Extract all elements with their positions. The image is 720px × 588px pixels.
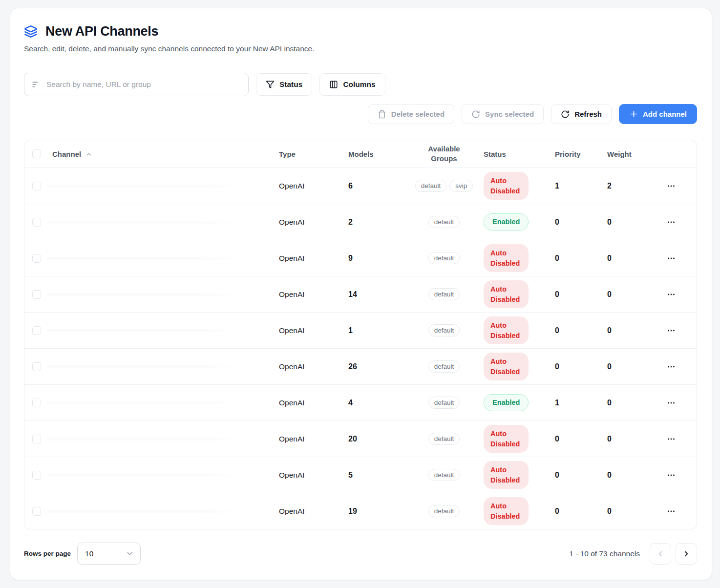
toolbar: Status Columns: [24, 73, 697, 96]
select-all-checkbox[interactable]: [32, 149, 41, 158]
previous-page-button[interactable]: [650, 543, 671, 565]
status-filter-label: Status: [279, 80, 302, 89]
channel-type: OpenAI: [279, 326, 348, 335]
more-horizontal-icon: [666, 290, 676, 299]
row-actions-menu-button[interactable]: [665, 215, 677, 229]
row-checkbox[interactable]: [32, 218, 41, 227]
channel-type: OpenAI: [279, 362, 348, 371]
refresh-button[interactable]: Refresh: [551, 104, 612, 124]
row-checkbox[interactable]: [32, 399, 41, 407]
group-tag: default: [428, 324, 460, 336]
status-badge: Enabled: [484, 213, 529, 231]
sync-icon: [471, 110, 480, 119]
row-actions-menu-button[interactable]: [665, 288, 677, 301]
channel-groups: default: [414, 505, 474, 517]
delete-selected-button[interactable]: Delete selected: [368, 104, 454, 124]
channel-models-count: 4: [348, 399, 414, 407]
table-row: OpenAI 6 defaultsvip Auto Disabled 1 2: [24, 168, 697, 204]
rows-per-page-value: 10: [85, 549, 93, 558]
channel-type: OpenAI: [279, 254, 348, 263]
status-badge: Auto Disabled: [484, 316, 529, 344]
table-row: OpenAI 1 default Auto Disabled 0 0: [24, 312, 697, 348]
column-header-type: Type: [279, 150, 348, 158]
table-actions: Delete selected Sync selected Refresh: [24, 104, 697, 124]
channel-models-count: 9: [348, 254, 414, 263]
group-tag: default: [415, 180, 447, 192]
row-checkbox[interactable]: [32, 507, 41, 516]
status-badge: Auto Disabled: [484, 425, 529, 453]
layers-icon: [24, 25, 38, 39]
channel-weight: 0: [607, 326, 665, 335]
chevron-left-icon: [656, 549, 665, 558]
group-tag: default: [428, 288, 460, 300]
row-checkbox[interactable]: [32, 182, 41, 190]
channel-models-count: 2: [348, 218, 414, 227]
redacted-channel-name: [47, 185, 239, 188]
status-filter-button[interactable]: Status: [256, 73, 312, 96]
column-header-channel-label: Channel: [52, 150, 81, 158]
row-checkbox[interactable]: [32, 435, 41, 443]
redacted-channel-name: [47, 510, 239, 513]
column-header-status: Status: [474, 150, 553, 158]
rows-per-page-select[interactable]: 10: [77, 543, 141, 565]
search-field-wrap: [24, 73, 249, 96]
channel-weight: 0: [607, 507, 665, 516]
row-actions-menu-button[interactable]: [665, 468, 677, 482]
redacted-channel-name: [47, 365, 239, 368]
group-tag: default: [428, 360, 460, 373]
group-tag: default: [428, 433, 460, 445]
redacted-channel-name: [47, 329, 239, 332]
row-checkbox[interactable]: [32, 290, 41, 299]
group-tag: svip: [449, 180, 473, 192]
channel-weight: 0: [607, 290, 665, 299]
column-header-channel[interactable]: Channel: [52, 150, 279, 158]
columns-button[interactable]: Columns: [319, 73, 385, 96]
page-header: New API Channels: [24, 24, 697, 39]
row-actions-menu-button[interactable]: [665, 252, 677, 265]
row-actions-menu-button[interactable]: [665, 360, 677, 374]
channel-models-count: 6: [348, 182, 414, 190]
table-header-row: Channel Type Models Available Groups Sta…: [24, 140, 697, 168]
columns-icon: [329, 80, 338, 89]
row-checkbox[interactable]: [32, 362, 41, 371]
channel-groups: default: [414, 324, 474, 336]
sync-selected-label: Sync selected: [485, 110, 534, 118]
row-checkbox[interactable]: [32, 471, 41, 480]
more-horizontal-icon: [666, 362, 676, 372]
status-badge: Auto Disabled: [484, 244, 529, 272]
filter-lines-icon: [31, 80, 41, 89]
channel-models-count: 14: [348, 290, 414, 299]
sync-selected-button[interactable]: Sync selected: [462, 104, 544, 124]
more-horizontal-icon: [666, 398, 676, 408]
refresh-icon: [561, 110, 570, 119]
add-channel-button[interactable]: Add channel: [619, 104, 697, 124]
channel-weight: 0: [607, 218, 665, 227]
row-actions-menu-button[interactable]: [665, 432, 677, 446]
channels-table: Channel Type Models Available Groups Sta…: [24, 140, 697, 529]
status-badge: Auto Disabled: [484, 280, 529, 308]
table-row: OpenAI 19 default Auto Disabled 0 0: [24, 493, 697, 529]
channel-weight: 0: [607, 362, 665, 371]
row-actions-menu-button[interactable]: [665, 179, 677, 193]
status-badge: Auto Disabled: [484, 497, 529, 525]
channel-priority: 0: [553, 290, 607, 299]
channel-priority: 0: [553, 218, 607, 227]
channel-groups: default: [414, 433, 474, 445]
row-actions-menu-button[interactable]: [665, 504, 677, 518]
channel-priority: 0: [553, 435, 607, 443]
next-page-button[interactable]: [676, 543, 697, 565]
group-tag: default: [428, 505, 460, 517]
channels-page-card: New API Channels Search, edit, delete, a…: [10, 8, 712, 580]
row-checkbox[interactable]: [32, 326, 41, 335]
channel-weight: 0: [607, 471, 665, 480]
funnel-icon: [266, 80, 275, 89]
row-checkbox[interactable]: [32, 254, 41, 263]
column-header-weight: Weight: [607, 150, 665, 158]
row-actions-menu-button[interactable]: [665, 324, 677, 337]
search-input[interactable]: [24, 73, 249, 96]
table-row: OpenAI 26 default Auto Disabled 0 0: [24, 348, 697, 384]
delete-selected-label: Delete selected: [391, 110, 445, 118]
channel-groups: default: [414, 288, 474, 300]
row-actions-menu-button[interactable]: [665, 396, 677, 410]
refresh-label: Refresh: [574, 110, 602, 118]
